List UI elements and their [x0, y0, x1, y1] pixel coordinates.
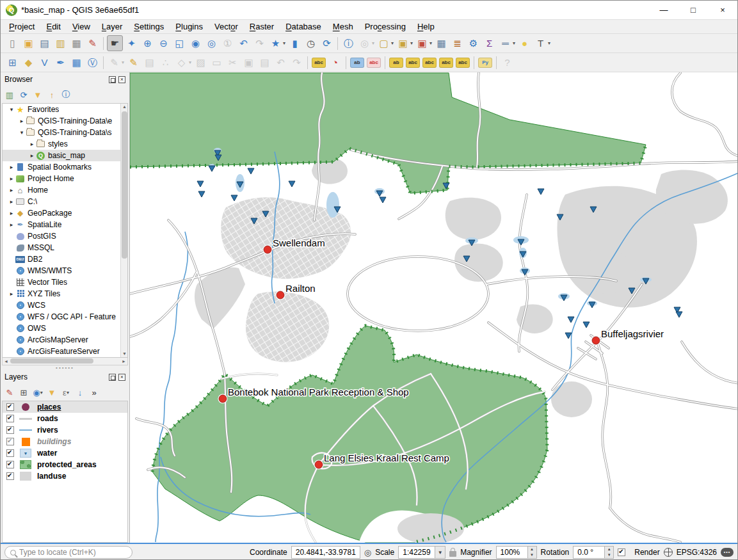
browser-item-c-drive[interactable]: ▸ C:\: [3, 196, 127, 207]
new-bookmark-icon[interactable]: ★: [268, 36, 286, 51]
pin-unpin-labels-icon[interactable]: ab: [389, 57, 404, 68]
chevron-down-icon[interactable]: [122, 60, 124, 65]
undock-panel-icon[interactable]: [109, 374, 116, 381]
help-icon[interactable]: ?: [500, 55, 515, 70]
change-label-icon[interactable]: abc: [455, 57, 470, 68]
text-annotation-icon[interactable]: T: [533, 36, 551, 51]
new-geopackage-layer-icon[interactable]: ◆: [21, 55, 36, 70]
browser-item-vector-tiles[interactable]: Vector Tiles: [3, 276, 127, 288]
chevron-down-icon[interactable]: [429, 40, 432, 46]
menu-vector[interactable]: Vector: [209, 20, 244, 33]
filter-by-expression-button[interactable]: ε: [60, 386, 72, 399]
python-console-icon[interactable]: Py: [477, 57, 493, 68]
expander-icon[interactable]: ▸: [8, 198, 15, 205]
layer-item-rivers[interactable]: rivers: [3, 424, 127, 436]
chevron-down-icon[interactable]: [67, 390, 69, 396]
menu-database[interactable]: Database: [280, 20, 327, 33]
open-project-icon[interactable]: ▣: [21, 36, 36, 51]
expander-icon[interactable]: ▾: [8, 106, 15, 113]
menu-raster[interactable]: Raster: [244, 20, 280, 33]
chevron-down-icon[interactable]: [40, 390, 43, 396]
filter-browser-button[interactable]: ▼: [31, 88, 44, 101]
menu-edit[interactable]: Edit: [40, 20, 66, 33]
redo-icon[interactable]: ↷: [289, 55, 304, 70]
layer-item-protected-areas[interactable]: protected_areas: [3, 459, 127, 470]
browser-item-training-data-e[interactable]: ▸ QGIS-Training-Data\e: [3, 115, 127, 127]
save-project-icon[interactable]: ▤: [37, 36, 52, 51]
browser-item-styles[interactable]: ▸ styles: [3, 138, 127, 150]
copy-features-icon[interactable]: ▣: [241, 55, 256, 70]
browser-item-training-data-s[interactable]: ▾ QGIS-Training-Data\s: [3, 127, 127, 138]
run-feature-action-icon[interactable]: ◎: [357, 36, 375, 51]
measure-icon[interactable]: ═: [498, 36, 516, 51]
add-group-button[interactable]: ⊞: [17, 386, 30, 399]
browser-item-mssql[interactable]: MSSQL: [3, 242, 127, 253]
expander-icon[interactable]: ▸: [28, 152, 36, 159]
layer-labeling-icon[interactable]: abc: [311, 57, 326, 68]
new-project-icon[interactable]: ▯: [5, 36, 20, 51]
expander-icon[interactable]: ▸: [18, 118, 26, 124]
magnifier-value[interactable]: 100%: [496, 546, 528, 559]
new-virtual-layer-icon[interactable]: Ⓥ: [85, 55, 100, 70]
scale-combobox[interactable]: 1:42259 ▼: [398, 546, 445, 559]
browser-item-favorites[interactable]: ▾ ★ Favorites: [3, 104, 127, 115]
browser-item-geopackage[interactable]: ▸ ◆ GeoPackage: [3, 207, 127, 219]
close-panel-icon[interactable]: ×: [118, 374, 125, 381]
zoom-in-icon[interactable]: ⊕: [140, 36, 155, 51]
menu-settings[interactable]: Settings: [128, 20, 170, 33]
browser-item-wcs[interactable]: WCS: [3, 300, 127, 311]
rotation-spinner[interactable]: 0.0 ° ▲▼: [573, 546, 614, 559]
chevron-down-icon[interactable]: [391, 40, 394, 46]
menu-view[interactable]: View: [67, 20, 96, 33]
cut-features-icon[interactable]: ✂: [225, 55, 240, 70]
browser-item-postgis[interactable]: PostGIS: [3, 230, 127, 242]
pan-to-selection-icon[interactable]: ✦: [124, 36, 139, 51]
browser-item-arcgis-mapserver[interactable]: ArcGisMapServer: [3, 334, 127, 346]
zoom-native-icon[interactable]: ①: [220, 36, 235, 51]
rotate-label-icon[interactable]: abc: [438, 57, 454, 68]
current-edits-icon[interactable]: ✎: [107, 55, 125, 70]
show-layout-manager-icon[interactable]: ▦: [69, 36, 84, 51]
browser-item-project-home[interactable]: ▸ Project Home: [3, 173, 127, 184]
map-canvas[interactable]: SwellendamRailtonBuffeljagsrivierBontebo…: [130, 72, 737, 543]
pin-labels-icon[interactable]: ab: [349, 57, 365, 68]
chevron-down-icon[interactable]: [410, 40, 413, 46]
layer-item-landuse[interactable]: landuse: [3, 470, 127, 482]
browser-horizontal-scrollbar[interactable]: ◄ ►: [2, 358, 128, 365]
field-calculator-icon[interactable]: ≣: [450, 36, 465, 51]
locator-input[interactable]: [19, 548, 127, 557]
filter-legend-button[interactable]: ▼: [45, 386, 58, 399]
expander-icon[interactable]: ▸: [8, 175, 15, 182]
expander-icon[interactable]: ▸: [8, 164, 15, 170]
browser-item-xyz-tiles[interactable]: ▸ XYZ Tiles: [3, 288, 127, 300]
minimize-button[interactable]: —: [649, 1, 678, 19]
expander-icon[interactable]: ▸: [28, 141, 36, 147]
paste-features-icon[interactable]: ▤: [257, 55, 272, 70]
zoom-next-icon[interactable]: ↷: [252, 36, 267, 51]
browser-item-wfs[interactable]: WFS / OGC API - Feature: [3, 311, 127, 323]
layer-diagram-icon[interactable]: ◔: [328, 55, 342, 70]
properties-widget-button[interactable]: ⓘ: [60, 88, 72, 101]
move-label-icon[interactable]: abc: [422, 57, 437, 68]
chevron-down-icon[interactable]: [513, 40, 515, 46]
save-layer-edits-icon[interactable]: ▤: [142, 55, 157, 70]
processing-toolbox-icon[interactable]: ⚙: [466, 36, 481, 51]
close-button[interactable]: ×: [708, 1, 737, 19]
layer-visibility-checkbox[interactable]: [6, 403, 14, 411]
browser-item-spatialite[interactable]: ▸ ✒ SpatiaLite: [3, 219, 127, 230]
statistical-summary-icon[interactable]: Σ: [482, 36, 497, 51]
manage-map-themes-button[interactable]: ◉: [31, 386, 44, 399]
expand-collapse-all-button[interactable]: ↓: [74, 386, 86, 399]
maximize-button[interactable]: □: [678, 1, 708, 19]
layer-item-buildings[interactable]: buildings: [3, 436, 127, 447]
select-features-icon[interactable]: ▢: [376, 36, 394, 51]
panel-splitter[interactable]: ••••••: [1, 365, 129, 370]
layer-visibility-checkbox[interactable]: [6, 472, 14, 480]
open-layer-styling-button[interactable]: ✎: [3, 386, 16, 399]
render-checkbox[interactable]: [618, 548, 625, 556]
browser-item-spatial-bookmarks[interactable]: ▸ Spatial Bookmarks: [3, 161, 127, 173]
expander-icon[interactable]: ▸: [8, 291, 15, 297]
style-manager-icon[interactable]: ✎: [85, 36, 100, 51]
collapse-all-button[interactable]: ↑: [45, 88, 58, 101]
coordinate-value[interactable]: 20.4841,-33.9781: [291, 546, 360, 559]
